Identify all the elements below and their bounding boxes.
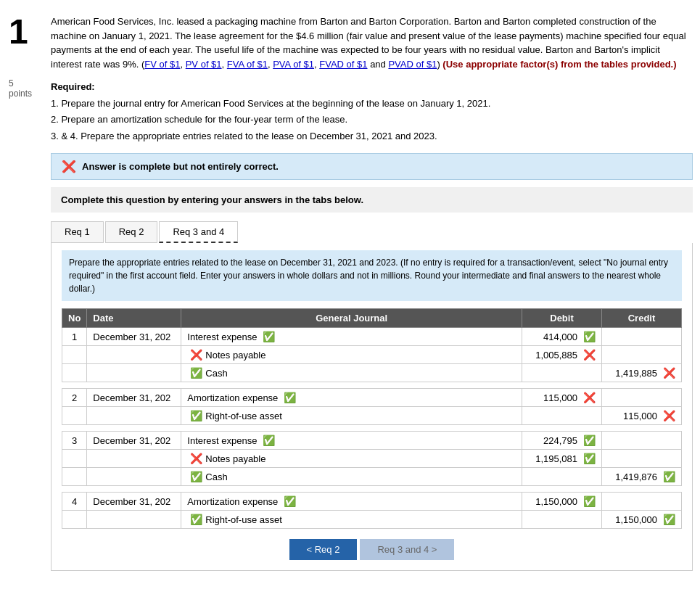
check-icon: ✅ [190,410,202,421]
bold-instruction: (Use appropriate factor(s) from the tabl… [442,59,676,70]
row-no [62,346,87,364]
table-row: ✅ Cash 1,419,885 ❌ [62,364,682,382]
required-item-2: 2. Prepare an amortization schedule for … [51,112,693,127]
row-credit [602,346,682,364]
pvad-link[interactable]: PVAD of $1 [388,59,437,70]
row-account[interactable]: Amortization expense ✅ [181,493,522,511]
row-credit [602,432,682,450]
row-debit[interactable]: 1,195,081 ✅ [522,450,602,468]
row-account[interactable]: ✅ Right-of-use asset [181,511,522,529]
row-date [87,450,181,468]
row-credit [602,389,682,407]
x-icon: ❌ [583,392,596,403]
row-no: 4 [62,493,87,511]
fv-link[interactable]: FV of $1 [144,59,180,70]
intro-paragraph: American Food Services, Inc. leased a pa… [51,15,693,71]
check-icon: ✅ [583,435,596,446]
row-debit [522,468,602,486]
nav-buttons: < Req 2 Req 3 and 4 > [62,539,682,560]
journal-table: No Date General Journal Debit Credit 1 D… [62,308,682,529]
tab-req3and4[interactable]: Req 3 and 4 [159,221,238,243]
points-label: 5 points [9,78,42,99]
tab-req1[interactable]: Req 1 [51,221,104,243]
row-credit [602,450,682,468]
question-number: 1 [9,15,42,49]
row-credit[interactable]: 1,419,876 ✅ [602,468,682,486]
col-header-debit: Debit [522,309,602,328]
row-debit[interactable]: 224,795 ✅ [522,432,602,450]
check-icon: ✅ [284,495,296,507]
row-no [62,450,87,468]
required-item-1: 1. Prepare the journal entry for America… [51,96,693,111]
row-debit[interactable]: 115,000 ❌ [522,389,602,407]
row-credit[interactable]: 1,150,000 ✅ [602,511,682,529]
row-account[interactable]: Interest expense ✅ [181,328,522,346]
row-account[interactable]: ❌ Notes payable [181,346,522,364]
check-icon: ✅ [663,514,675,525]
tab-req2[interactable]: Req 2 [105,221,158,243]
table-row: ✅ Right-of-use asset 115,000 ❌ [62,407,682,425]
row-account[interactable]: ✅ Right-of-use asset [181,407,522,425]
check-icon: ✅ [190,471,202,482]
table-row: ✅ Right-of-use asset 1,150,000 ✅ [62,511,682,529]
check-icon: ✅ [583,453,596,464]
complete-instruction: Complete this question by entering your … [51,187,693,213]
row-account[interactable]: ✅ Cash [181,468,522,486]
row-credit [602,328,682,346]
table-row: 1 December 31, 202 Interest expense ✅ 41… [62,328,682,346]
row-date [87,346,181,364]
check-icon: ✅ [263,435,275,446]
col-header-journal: General Journal [181,309,522,328]
row-date: December 31, 202 [87,389,181,407]
row-debit [522,407,602,425]
pv-link[interactable]: PV of $1 [186,59,222,70]
row-debit[interactable]: 1,150,000 ✅ [522,493,602,511]
row-no: 1 [62,328,87,346]
row-debit[interactable]: 1,005,885 ❌ [522,346,602,364]
required-section: Required: 1. Prepare the journal entry f… [51,80,693,143]
prev-button[interactable]: < Req 2 [289,539,358,560]
table-row: 4 December 31, 202 Amortization expense … [62,493,682,511]
row-credit[interactable]: 1,419,885 ❌ [602,364,682,382]
fva-link[interactable]: FVA of $1 [227,59,268,70]
row-date: December 31, 202 [87,328,181,346]
row-no [62,511,87,529]
row-debit [522,364,602,382]
check-icon: ✅ [263,331,275,342]
row-date [87,468,181,486]
x-icon: ❌ [190,349,202,361]
check-icon: ✅ [583,331,596,342]
x-icon: ❌ [190,453,202,464]
required-item-3: 3. & 4. Prepare the appropriate entries … [51,129,693,144]
row-date: December 31, 202 [87,432,181,450]
row-no: 2 [62,389,87,407]
row-account[interactable]: ❌ Notes payable [181,450,522,468]
col-header-date: Date [87,309,181,328]
next-button[interactable]: Req 3 and 4 > [360,539,454,560]
x-icon: ❌ [663,410,675,421]
pva-link[interactable]: PVA of $1 [273,59,314,70]
fvad-link[interactable]: FVAD of $1 [319,59,367,70]
row-no [62,468,87,486]
row-no [62,407,87,425]
tab-content: Prepare the appropriate entries related … [51,243,693,571]
row-debit [522,511,602,529]
table-row: 3 December 31, 202 Interest expense ✅ 22… [62,432,682,450]
x-icon: ❌ [663,367,675,379]
row-credit[interactable]: 115,000 ❌ [602,407,682,425]
answer-banner: ❌ Answer is complete but not entirely co… [51,153,693,180]
table-row: ❌ Notes payable 1,005,885 ❌ [62,346,682,364]
row-account[interactable]: Interest expense ✅ [181,432,522,450]
col-header-no: No [62,309,87,328]
table-row: ✅ Cash 1,419,876 ✅ [62,468,682,486]
x-icon: ❌ [583,349,596,361]
row-no: 3 [62,432,87,450]
table-row: ❌ Notes payable 1,195,081 ✅ [62,450,682,468]
check-icon: ✅ [663,471,675,482]
row-account[interactable]: ✅ Cash [181,364,522,382]
row-account[interactable]: Amortization expense ✅ [181,389,522,407]
row-credit [602,493,682,511]
row-no [62,364,87,382]
row-debit[interactable]: 414,000 ✅ [522,328,602,346]
col-header-credit: Credit [602,309,682,328]
